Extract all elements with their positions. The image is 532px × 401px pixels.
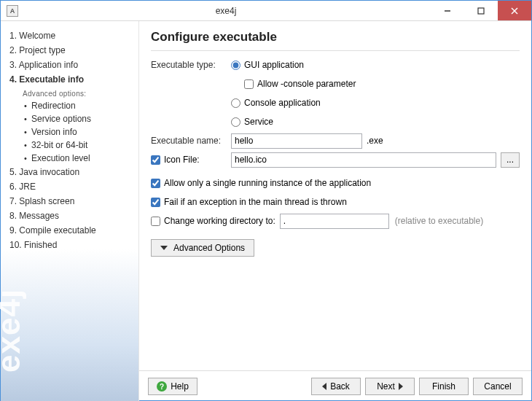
chevron-down-icon	[160, 246, 168, 250]
cancel-label: Cancel	[484, 381, 511, 392]
radio-gui-application[interactable]: GUI application	[231, 60, 304, 70]
checkbox-single-instance[interactable]: Allow only a single running instance of …	[151, 178, 371, 188]
exe-extension-label: .exe	[367, 136, 383, 146]
sidebar: 1. Welcome 2. Project type 3. Applicatio…	[1, 21, 139, 401]
footer: ? Help Back Next Finish Cancel	[139, 370, 531, 401]
step-project-type[interactable]: 2. Project type	[9, 43, 134, 58]
window-title: exe4j	[21, 6, 431, 16]
step-java-invocation[interactable]: 5. Java invocation	[9, 165, 134, 179]
checkbox-icon-file-input[interactable]	[151, 155, 160, 165]
executable-type-label: Executable type:	[151, 60, 231, 70]
step-welcome[interactable]: 1. Welcome	[9, 28, 134, 43]
back-label: Back	[330, 381, 350, 392]
checkbox-allow-console-param-label: Allow -console parameter	[257, 79, 356, 89]
window: A exe4j 1. Welcome 2. Project type 3. Ap…	[0, 0, 532, 401]
step-splash-screen[interactable]: 7. Splash screen	[9, 194, 134, 209]
close-button[interactable]	[498, 1, 531, 20]
working-dir-input[interactable]	[280, 214, 389, 229]
browse-icon-label: ...	[506, 155, 514, 165]
browse-icon-button[interactable]: ...	[501, 152, 520, 168]
main: Configure executable Executable type: GU…	[139, 21, 531, 401]
icon-file-label: Icon File:	[164, 155, 200, 165]
step-messages[interactable]: 8. Messages	[9, 209, 134, 223]
step-jre[interactable]: 6. JRE	[9, 179, 134, 194]
radio-service-input[interactable]	[231, 117, 240, 127]
checkbox-allow-console-param-input[interactable]	[244, 79, 254, 89]
substep-execution-level[interactable]: Execution level	[9, 152, 134, 165]
radio-service-label: Service	[244, 117, 273, 127]
next-label: Next	[377, 381, 395, 392]
svg-rect-1	[478, 8, 484, 14]
next-button[interactable]: Next	[365, 378, 415, 395]
step-executable-info[interactable]: 4. Executable info	[9, 72, 134, 87]
maximize-button[interactable]	[464, 1, 498, 20]
executable-name-input[interactable]	[231, 133, 362, 149]
working-dir-hint: (relative to executable)	[395, 216, 483, 226]
radio-gui-input[interactable]	[231, 61, 240, 70]
radio-console-application[interactable]: Console application	[231, 98, 321, 108]
icon-file-input[interactable]	[231, 152, 496, 168]
substep-version-info[interactable]: Version info	[9, 125, 134, 139]
executable-name-label: Executable name:	[151, 136, 231, 146]
checkbox-fail-exception[interactable]: Fail if an exception in the main thread …	[151, 197, 347, 207]
checkbox-change-working-dir-label: Change working directory to:	[164, 216, 275, 226]
substep-service-options[interactable]: Service options	[9, 112, 134, 125]
divider	[151, 50, 520, 51]
advanced-options-button[interactable]: Advanced Options	[151, 239, 254, 257]
help-button[interactable]: ? Help	[148, 378, 197, 395]
radio-gui-label: GUI application	[244, 60, 304, 70]
titlebar: A exe4j	[1, 1, 531, 21]
help-label: Help	[171, 381, 189, 392]
content: Configure executable Executable type: GU…	[139, 21, 531, 370]
step-application-info[interactable]: 3. Application info	[9, 58, 134, 72]
chevron-right-icon	[399, 383, 403, 390]
page-title: Configure executable	[151, 30, 520, 44]
checkbox-change-working-dir[interactable]: Change working directory to:	[151, 216, 275, 226]
checkbox-icon-file[interactable]: Icon File:	[151, 155, 231, 165]
help-icon: ?	[157, 381, 167, 392]
chevron-left-icon	[322, 383, 326, 390]
finish-button[interactable]: Finish	[419, 378, 469, 395]
checkbox-fail-exception-label: Fail if an exception in the main thread …	[164, 197, 347, 207]
window-controls	[431, 1, 531, 20]
step-finished[interactable]: 10. Finished	[9, 238, 134, 252]
checkbox-change-working-dir-input[interactable]	[151, 217, 160, 226]
substep-32-64-bit[interactable]: 32-bit or 64-bit	[9, 139, 134, 152]
radio-console-input[interactable]	[231, 98, 240, 108]
advanced-options-heading: Advanced options:	[9, 87, 134, 99]
watermark: exe4j	[0, 289, 27, 373]
step-compile-executable[interactable]: 9. Compile executable	[9, 223, 134, 238]
checkbox-fail-exception-input[interactable]	[151, 198, 160, 207]
checkbox-single-instance-input[interactable]	[151, 179, 160, 188]
checkbox-allow-console-param[interactable]: Allow -console parameter	[244, 79, 356, 89]
body: 1. Welcome 2. Project type 3. Applicatio…	[1, 21, 531, 401]
substep-redirection[interactable]: Redirection	[9, 99, 134, 112]
back-button[interactable]: Back	[311, 378, 361, 395]
checkbox-single-instance-label: Allow only a single running instance of …	[164, 178, 371, 188]
minimize-button[interactable]	[431, 1, 464, 20]
radio-service[interactable]: Service	[231, 117, 273, 127]
app-icon: A	[4, 1, 21, 21]
radio-console-label: Console application	[244, 98, 321, 108]
cancel-button[interactable]: Cancel	[473, 378, 523, 395]
finish-label: Finish	[432, 381, 455, 392]
advanced-options-label: Advanced Options	[173, 243, 245, 253]
